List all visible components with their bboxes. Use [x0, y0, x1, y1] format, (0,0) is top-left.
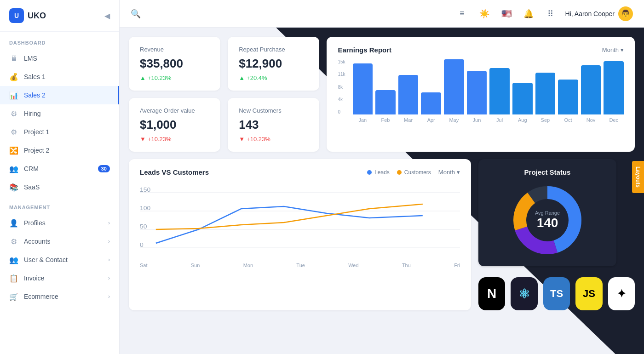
user-info[interactable]: Hi, Aaron Cooper 👨	[565, 6, 633, 21]
chevron-right-icon: ›	[108, 238, 110, 245]
leads-dot	[367, 170, 372, 175]
chevron-right-icon: ›	[108, 275, 110, 281]
day-label-wed: Wed	[348, 263, 358, 268]
bottom-row: Leads VS Customers Leads Customers	[129, 159, 635, 310]
tech-react-icon: ⚛	[511, 277, 537, 310]
theme-icon[interactable]: ☀️	[477, 6, 492, 21]
avg-range-label: Avg Range	[535, 210, 560, 216]
earnings-card: Earnings Report Month ▾ 15k 11k 8k 4k 0	[327, 37, 635, 152]
menu-icon[interactable]: ≡	[455, 6, 470, 21]
sidebar-item-hiring[interactable]: ⚙ Hiring	[0, 104, 119, 123]
sidebar-item-accounts[interactable]: ⚙ Accounts ›	[0, 232, 119, 251]
sidebar-item-crm[interactable]: 👥 CRM 30	[0, 160, 119, 178]
bar-chart-wrapper: JanFebMarAprMayJunJulAugSepOctNovDec	[353, 59, 624, 123]
management-section-label: MANAGEMENT	[0, 196, 119, 214]
stats-group: Revenue $35,800 ▲ +10.23% Repeat Purchas…	[129, 37, 319, 152]
sidebar-item-label: Ecommerce	[24, 293, 58, 300]
bar-label-sep: Sep	[535, 117, 556, 123]
main-area: 🔍 ≡ ☀️ 🇺🇸 🔔 ⠿ Hi, Aaron Cooper 👨	[120, 0, 644, 354]
sidebar-item-invoice[interactable]: 📋 Invoice ›	[0, 269, 119, 287]
tech-next-icon: N	[478, 277, 505, 310]
repeat-purchase-card: Repeat Purchase $12,900 ▲ +20.4%	[228, 37, 319, 91]
sidebar-item-project1[interactable]: ⚙ Project 1	[0, 123, 119, 141]
new-customers-label: New Customers	[239, 107, 308, 114]
sales2-icon: 📊	[9, 91, 18, 100]
customers-legend-item: Customers	[397, 169, 431, 176]
collapse-button[interactable]: ◀	[104, 11, 110, 20]
sidebar-item-label: Accounts	[24, 238, 51, 245]
repeat-purchase-value: $12,900	[239, 57, 308, 71]
header-actions: ≡ ☀️ 🇺🇸 🔔 ⠿ Hi, Aaron Cooper 👨	[455, 6, 633, 21]
notification-icon[interactable]: 🔔	[521, 6, 536, 21]
leads-legend-item: Leads	[367, 169, 390, 176]
bar-label-nov: Nov	[581, 117, 601, 123]
logo: U UKO	[9, 8, 46, 23]
profiles-icon: 👤	[9, 218, 18, 228]
earnings-header: Earnings Report Month ▾	[338, 46, 624, 54]
hiring-icon: ⚙	[9, 109, 18, 118]
bar-feb	[375, 90, 396, 114]
sidebar-item-sales1[interactable]: 💰 Sales 1	[0, 68, 119, 86]
sidebar-item-label: Invoice	[24, 274, 44, 282]
search-box[interactable]: 🔍	[131, 9, 448, 19]
sidebar: U UKO ◀ DASHBOARD 🖥 LMS 💰 Sales 1 📊 Sale…	[0, 0, 120, 354]
svg-text:100: 100	[140, 205, 150, 211]
tech-ts-icon: TS	[543, 277, 570, 310]
lms-icon: 🖥	[9, 54, 18, 63]
svg-text:50: 50	[140, 223, 147, 230]
down-arrow-icon: ▼	[239, 136, 245, 143]
up-arrow-icon: ▲	[140, 74, 146, 81]
sidebar-item-lms[interactable]: 🖥 LMS	[0, 49, 119, 68]
average-order-label: Average Order value	[140, 107, 209, 114]
sidebar-item-label: Hiring	[24, 110, 41, 117]
sidebar-item-label: SaaS	[24, 183, 40, 191]
bar-jul	[489, 68, 510, 114]
sidebar-item-label: CRM	[24, 165, 39, 172]
bar-label-feb: Feb	[375, 117, 396, 123]
bar-label-oct: Oct	[558, 117, 578, 123]
leads-controls: Leads Customers Month ▾	[367, 169, 460, 176]
new-customers-card: New Customers 143 ▼ +10.23%	[228, 98, 319, 152]
bar-chart	[353, 59, 624, 114]
bar-dec	[604, 61, 624, 114]
crm-badge: 30	[98, 165, 110, 172]
tech-figma-icon: ✦	[608, 277, 635, 310]
sidebar-item-sales2[interactable]: 📊 Sales 2	[0, 86, 119, 104]
tech-stack-row: N ⚛ TS JS ✦	[478, 277, 635, 310]
leads-title: Leads VS Customers	[140, 168, 209, 176]
bar-sep	[535, 73, 556, 114]
sidebar-item-ecommerce[interactable]: 🛒 Ecommerce ›	[0, 287, 119, 306]
layouts-button[interactable]: Layouts	[632, 161, 644, 193]
flag-icon[interactable]: 🇺🇸	[499, 6, 514, 21]
content-area: Revenue $35,800 ▲ +10.23% Repeat Purchas…	[120, 28, 644, 354]
day-label-fri: Fri	[454, 263, 460, 268]
apps-icon[interactable]: ⠿	[543, 6, 558, 21]
chevron-right-icon: ›	[108, 293, 110, 300]
svg-text:0: 0	[140, 242, 144, 248]
y-label-11k: 11k	[338, 72, 345, 77]
leads-legend: Leads Customers	[367, 169, 431, 176]
line-chart-container: 150 100 50 0 Sat Sun Mon	[140, 183, 460, 257]
leads-filter[interactable]: Month ▾	[438, 169, 460, 176]
crm-icon: 👥	[9, 164, 18, 173]
bar-chart-labels: JanFebMarAprMayJunJulAugSepOctNovDec	[353, 117, 624, 123]
chevron-right-icon: ›	[108, 257, 110, 263]
sidebar-item-project2[interactable]: 🔀 Project 2	[0, 141, 119, 160]
logo-text: UKO	[28, 11, 46, 21]
y-label-4k: 4k	[338, 97, 345, 102]
customers-label: Customers	[404, 169, 431, 176]
line-chart-labels: Sat Sun Mon Tue Wed Thu Fri	[140, 263, 460, 268]
day-label-thu: Thu	[402, 263, 411, 268]
avatar: 👨	[618, 6, 633, 21]
sidebar-item-label: Profiles	[24, 219, 46, 227]
month-selector[interactable]: Month ▾	[602, 46, 624, 53]
svg-text:150: 150	[140, 187, 150, 193]
avg-range-value: 140	[535, 216, 560, 230]
sidebar-item-profiles[interactable]: 👤 Profiles ›	[0, 214, 119, 232]
repeat-purchase-label: Repeat Purchase	[239, 46, 308, 53]
sidebar-item-user-contact[interactable]: 👥 User & Contact ›	[0, 251, 119, 269]
donut-center: Avg Range 140	[535, 210, 560, 230]
sidebar-item-saas[interactable]: 📚 SaaS	[0, 178, 119, 196]
bar-label-aug: Aug	[512, 117, 533, 123]
average-order-card: Average Order value $1,000 ▼ +10.23%	[129, 98, 220, 152]
